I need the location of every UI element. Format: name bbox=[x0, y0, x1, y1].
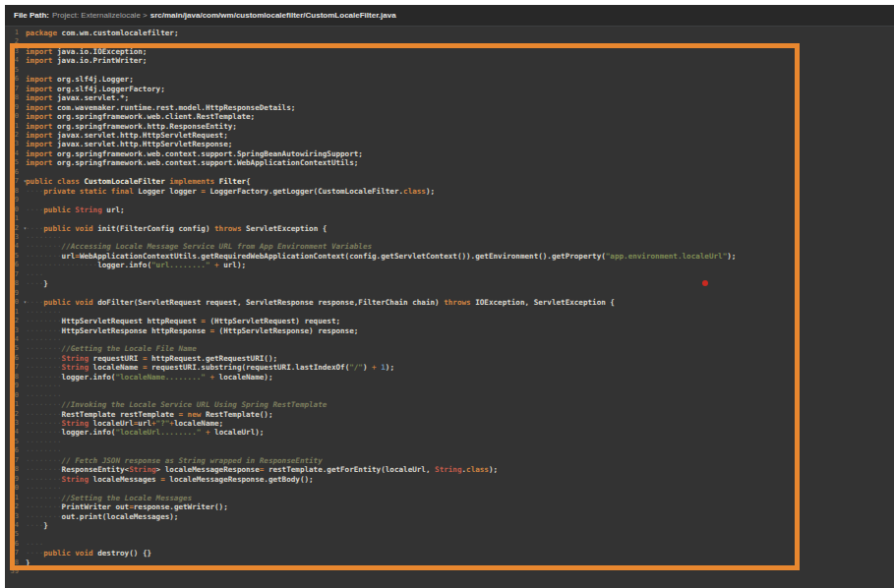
code-line-content[interactable]: ····public void destroy() {} bbox=[21, 549, 151, 558]
code-line-content[interactable]: ········ bbox=[21, 382, 62, 390]
code-line[interactable]: 15import org.springframework.web.context… bbox=[5, 158, 894, 167]
code-line-content[interactable] bbox=[21, 168, 26, 177]
code-line-content[interactable]: import javax.servlet.http.HttpServletReq… bbox=[21, 131, 228, 140]
code-line[interactable]: 8import javax.servlet.*; bbox=[5, 93, 894, 102]
code-line[interactable]: 20····public String url; bbox=[5, 206, 894, 214]
code-line[interactable]: 6import org.slf4j.Logger; bbox=[5, 75, 894, 84]
code-line-content[interactable]: import org.springframework.web.client.Re… bbox=[21, 112, 255, 121]
code-line-content[interactable]: ········//Accessing Locale Message Servi… bbox=[21, 242, 372, 251]
code-line-content[interactable]: ········ResponseEntity<String> localeMes… bbox=[21, 465, 498, 474]
code-line[interactable]: 52········PrintWriter out=response.getWr… bbox=[5, 502, 894, 511]
code-line-content[interactable]: ····public void init(FilterConfig config… bbox=[21, 224, 327, 233]
code-line-content[interactable]: ········HttpServletResponse httpResponse… bbox=[21, 326, 358, 335]
code-line-content[interactable]: ········url=WebApplicationContextUtils.g… bbox=[21, 252, 736, 261]
code-line-content[interactable]: ········ bbox=[21, 391, 62, 400]
code-line-content[interactable]: ···· bbox=[21, 270, 43, 279]
code-line-content[interactable]: import com.wavemaker.runtime.rest.model.… bbox=[21, 103, 295, 112]
code-line[interactable]: 11import org.springframework.http.Respon… bbox=[5, 122, 894, 131]
code-line-content[interactable]: ········logger.info("localeUrl........" … bbox=[21, 428, 264, 437]
code-line[interactable]: 53········out.print(localeMessages); bbox=[5, 512, 894, 521]
code-line[interactable]: 56···· bbox=[5, 540, 894, 549]
code-line[interactable]: 19 bbox=[5, 196, 894, 205]
code-line-content[interactable]: import java.io.PrintWriter; bbox=[21, 56, 147, 65]
fold-toggle-icon[interactable]: ▾ bbox=[24, 177, 27, 186]
code-line-content[interactable]: ········ bbox=[21, 446, 62, 455]
code-line-content[interactable]: ········//Invoking the Locale Service UR… bbox=[21, 400, 327, 409]
code-line-content[interactable]: import java.io.IOException; bbox=[21, 47, 147, 56]
code-line[interactable]: 59 bbox=[5, 567, 894, 576]
code-line-content[interactable]: ········ bbox=[21, 335, 62, 344]
code-line[interactable]: 21 bbox=[5, 214, 894, 223]
code-line-content[interactable]: } bbox=[21, 559, 30, 567]
code-line-content[interactable]: ········RestTemplate restTemplate = new … bbox=[21, 410, 272, 419]
code-line-content[interactable] bbox=[21, 196, 26, 205]
code-line-content[interactable] bbox=[21, 214, 26, 223]
code-line-content[interactable]: ········// Fetch JSON response as String… bbox=[21, 456, 323, 465]
code-line-content[interactable] bbox=[21, 289, 26, 298]
code-line[interactable]: 1package com.wm.customlocalefilter; bbox=[5, 29, 894, 37]
code-line[interactable]: 5 bbox=[5, 66, 894, 75]
code-line[interactable]: 9import com.wavemaker.runtime.rest.model… bbox=[5, 103, 894, 112]
code-line[interactable]: 37········String localeName = requestURI… bbox=[5, 363, 894, 372]
code-line[interactable]: 36········String requestURI = httpReques… bbox=[5, 354, 894, 363]
fold-toggle-icon[interactable]: ▾ bbox=[24, 224, 27, 233]
code-line[interactable]: 16 bbox=[5, 168, 894, 177]
code-line-content[interactable]: ···· bbox=[21, 540, 43, 549]
code-line-content[interactable] bbox=[21, 66, 26, 75]
code-line[interactable]: 7import org.slf4j.LoggerFactory; bbox=[5, 85, 894, 93]
code-line-content[interactable]: ········String localeUrl=url+"?"+localeN… bbox=[21, 419, 223, 428]
code-line-content[interactable] bbox=[21, 37, 26, 46]
code-line[interactable]: 3import java.io.IOException; bbox=[5, 47, 894, 56]
code-line-content[interactable]: ····} bbox=[21, 521, 48, 530]
code-line-content[interactable]: ········ bbox=[21, 233, 62, 242]
code-line[interactable]: 33········HttpServletResponse httpRespon… bbox=[5, 326, 894, 335]
code-line[interactable]: 23········ bbox=[5, 233, 894, 242]
code-line[interactable]: 49········String localeMessages = locale… bbox=[5, 475, 894, 484]
code-line-content[interactable]: ········ bbox=[21, 484, 62, 493]
code-editor[interactable]: 1package com.wm.customlocalefilter;23imp… bbox=[5, 27, 894, 588]
code-line-content[interactable]: import org.springframework.http.Response… bbox=[21, 122, 237, 131]
code-line-content[interactable]: ········//Setting the Locale Messages bbox=[21, 494, 192, 502]
code-line-content[interactable]: ········ bbox=[21, 308, 62, 317]
code-line-content[interactable]: ········out.print(localeMessages); bbox=[21, 512, 178, 521]
code-line[interactable]: 38········logger.info("localeName.......… bbox=[5, 373, 894, 382]
code-line[interactable]: 29 bbox=[5, 289, 894, 298]
code-line-content[interactable]: ····} bbox=[21, 279, 48, 288]
code-line[interactable]: 27···· bbox=[5, 270, 894, 279]
code-line[interactable]: 35········//Getting the Locale File Name bbox=[5, 344, 894, 353]
code-line[interactable]: 4import java.io.PrintWriter; bbox=[5, 56, 894, 65]
code-line[interactable]: 42········RestTemplate restTemplate = ne… bbox=[5, 410, 894, 419]
code-line[interactable]: 45········ bbox=[5, 438, 894, 446]
code-line-content[interactable]: ················logger.info("url........… bbox=[21, 261, 246, 269]
code-line-content[interactable] bbox=[21, 530, 26, 539]
code-line[interactable]: 12import javax.servlet.http.HttpServletR… bbox=[5, 131, 894, 140]
code-line[interactable]: 30▾····public void doFilter(ServletReque… bbox=[5, 298, 894, 307]
code-line-content[interactable]: ········String localeMessages = localeMe… bbox=[21, 475, 314, 484]
code-line-content[interactable]: import org.springframework.web.context.s… bbox=[21, 149, 363, 158]
code-line[interactable]: 48········ResponseEntity<String> localeM… bbox=[5, 465, 894, 474]
code-line-content[interactable]: ····private static final Logger logger =… bbox=[21, 187, 435, 196]
code-line[interactable]: 55 bbox=[5, 530, 894, 539]
code-line[interactable]: 54····} bbox=[5, 521, 894, 530]
code-line-content[interactable]: package com.wm.customlocalefilter; bbox=[21, 29, 178, 37]
code-line-content[interactable]: import javax.servlet.http.HttpServletRes… bbox=[21, 140, 232, 148]
code-line[interactable]: 34········ bbox=[5, 335, 894, 344]
code-line[interactable]: 58} bbox=[5, 559, 894, 567]
code-line[interactable]: 13import javax.servlet.http.HttpServletR… bbox=[5, 140, 894, 148]
code-line-content[interactable]: import javax.servlet.*; bbox=[21, 93, 129, 102]
code-line[interactable]: 14import org.springframework.web.context… bbox=[5, 149, 894, 158]
code-line[interactable]: 50········ bbox=[5, 484, 894, 493]
code-line[interactable]: 25········url=WebApplicationContextUtils… bbox=[5, 252, 894, 261]
code-line[interactable]: 17▾public class CustomLocaleFilter imple… bbox=[5, 177, 894, 186]
code-line-content[interactable] bbox=[21, 567, 26, 576]
code-line-content[interactable]: import org.slf4j.LoggerFactory; bbox=[21, 85, 165, 93]
fold-toggle-icon[interactable]: ▾ bbox=[24, 298, 27, 307]
code-line-content[interactable]: import org.springframework.web.context.s… bbox=[21, 158, 358, 167]
code-line-content[interactable]: ········PrintWriter out=response.getWrit… bbox=[21, 502, 228, 511]
code-lines-container[interactable]: 1package com.wm.customlocalefilter;23imp… bbox=[5, 29, 894, 577]
code-line[interactable]: 57····public void destroy() {} bbox=[5, 549, 894, 558]
code-line-content[interactable]: import org.slf4j.Logger; bbox=[21, 75, 134, 84]
code-line[interactable]: 32········HttpServletRequest httpRequest… bbox=[5, 317, 894, 325]
code-line[interactable]: 18····private static final Logger logger… bbox=[5, 187, 894, 196]
code-line-content[interactable]: ········String requestURI = httpRequest.… bbox=[21, 354, 277, 363]
